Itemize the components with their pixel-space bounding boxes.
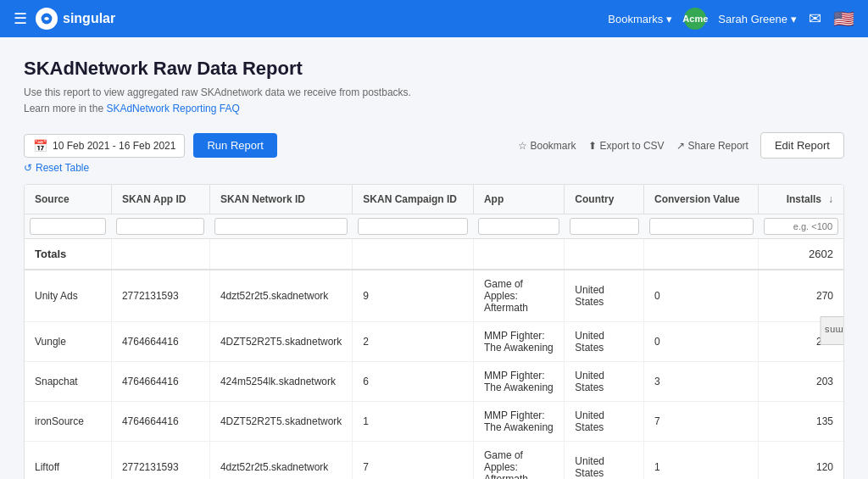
toolbar: 📅 10 Feb 2021 - 16 Feb 2021 Run Report ☆… (24, 132, 844, 159)
bookmark-link[interactable]: ☆ Bookmark (518, 140, 576, 152)
bookmark-star-icon: ☆ (518, 140, 527, 152)
filter-app[interactable] (478, 218, 559, 235)
main-content: SKAdNetwork Raw Data Report Use this rep… (0, 37, 868, 479)
cell-installs: 203 (759, 362, 843, 402)
flag-icon[interactable]: 🇺🇸 (833, 8, 854, 29)
col-source[interactable]: Source (25, 185, 111, 214)
cell-installs: 135 (759, 402, 843, 442)
totals-installs: 2602 (759, 239, 843, 270)
filter-source[interactable] (30, 218, 106, 235)
logo: singular (36, 8, 115, 30)
refresh-icon: ↺ (24, 162, 32, 174)
col-skan-campaign-id[interactable]: SKAN Campaign ID (353, 185, 474, 214)
table-row: Vungle47646644164DZT52R2T5.skadnetwork2M… (25, 322, 843, 362)
col-skan-network-id[interactable]: SKAN Network ID (209, 185, 352, 214)
user-menu[interactable]: Sarah Greene ▾ (718, 13, 797, 25)
user-avatar: Acme (684, 8, 706, 30)
edit-report-button[interactable]: Edit Report (760, 132, 844, 159)
columns-tab[interactable]: Columns (821, 316, 844, 345)
table-body: Totals 2602 Unity Ads27721315934dzt52r2t… (25, 239, 843, 479)
logo-text: singular (63, 11, 115, 26)
export-csv-link[interactable]: ⬆ Export to CSV (588, 140, 665, 152)
date-picker[interactable]: 📅 10 Feb 2021 - 16 Feb 2021 (24, 134, 185, 158)
top-navigation: ☰ singular Bookmarks ▾ Acme Sarah Greene… (0, 0, 868, 37)
menu-icon[interactable]: ☰ (14, 9, 27, 28)
table-row: Liftoff27721315934dzt52r2t5.skadnetwork7… (25, 442, 843, 479)
totals-label: Totals (25, 239, 111, 270)
toolbar-left: 📅 10 Feb 2021 - 16 Feb 2021 Run Report (24, 133, 277, 158)
filter-country[interactable] (570, 218, 639, 235)
data-table-container: Source SKAN App ID SKAN Network ID SKAN … (24, 184, 844, 479)
col-country[interactable]: Country (565, 185, 644, 214)
filter-row (25, 214, 843, 239)
col-installs[interactable]: Installs ↓ (759, 185, 843, 214)
toolbar-right: ☆ Bookmark ⬆ Export to CSV ↗ Share Repor… (518, 132, 844, 159)
filter-skan-campaign-id[interactable] (358, 218, 469, 235)
date-range: 10 Feb 2021 - 16 Feb 2021 (53, 140, 175, 152)
share-icon: ↗ (676, 140, 685, 152)
cell-installs: 270 (759, 270, 843, 322)
page-description: Use this report to view aggregated raw S… (24, 85, 844, 117)
data-table: Source SKAN App ID SKAN Network ID SKAN … (25, 185, 843, 479)
user-name: Sarah Greene (718, 13, 787, 25)
filter-installs[interactable] (764, 218, 838, 235)
filter-conversion-value[interactable] (649, 218, 754, 235)
user-chevron-icon: ▾ (791, 13, 797, 25)
bookmarks-label: Bookmarks (608, 13, 663, 25)
chat-icon[interactable]: ✉ (809, 9, 821, 28)
col-app[interactable]: App (473, 185, 564, 214)
bookmarks-button[interactable]: Bookmarks ▾ (608, 13, 672, 25)
run-report-button[interactable]: Run Report (193, 133, 276, 158)
export-icon: ⬆ (588, 140, 597, 152)
table-row: ironSource47646644164DZT52R2T5.skadnetwo… (25, 402, 843, 442)
page-header: SKAdNetwork Raw Data Report Use this rep… (24, 58, 844, 117)
chevron-down-icon: ▾ (666, 13, 672, 25)
totals-row: Totals 2602 (25, 239, 843, 270)
reset-table-link[interactable]: ↺ Reset Table (24, 162, 844, 174)
filter-skan-network-id[interactable] (214, 218, 347, 235)
filter-skan-app-id[interactable] (116, 218, 204, 235)
calendar-icon: 📅 (33, 139, 47, 153)
sort-icon: ↓ (828, 193, 833, 205)
share-report-link[interactable]: ↗ Share Report (676, 140, 748, 152)
faq-link[interactable]: SKAdNetwork Reporting FAQ (106, 103, 239, 114)
col-conversion-value[interactable]: Conversion Value (644, 185, 759, 214)
table-row: Unity Ads27721315934dzt52r2t5.skadnetwor… (25, 270, 843, 322)
table-header-row: Source SKAN App ID SKAN Network ID SKAN … (25, 185, 843, 214)
table-row: Snapchat4764664416424m5254lk.skadnetwork… (25, 362, 843, 402)
page-title: SKAdNetwork Raw Data Report (24, 58, 844, 80)
cell-installs: 120 (759, 442, 843, 479)
col-skan-app-id[interactable]: SKAN App ID (111, 185, 209, 214)
